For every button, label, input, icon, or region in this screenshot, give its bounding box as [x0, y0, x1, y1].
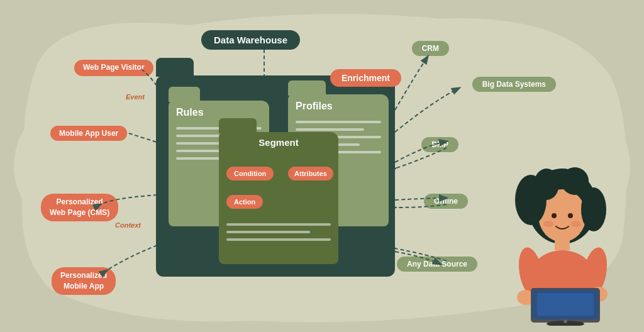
svg-point-29 [543, 221, 553, 227]
offline-label: Offline [424, 194, 468, 209]
rules-tab [169, 87, 200, 102]
enrichment-label: Enrichment [330, 69, 401, 87]
segment-tab [219, 118, 257, 133]
rules-title: Rules [176, 107, 204, 118]
svg-point-26 [564, 319, 567, 323]
svg-point-28 [568, 213, 573, 218]
action-pill: Action [226, 195, 263, 209]
main-card: Enrichment Rules Profiles [156, 75, 395, 277]
scene: Data Warehouse Web Page Visitor Event Mo… [0, 0, 644, 332]
svg-point-13 [581, 187, 606, 231]
person-illustration [493, 156, 631, 319]
svg-point-15 [561, 167, 589, 195]
any-data-source-label: Any Data Source [397, 257, 477, 272]
profiles-tab [288, 80, 326, 96]
svg-point-14 [534, 169, 559, 200]
folder-tab [156, 58, 194, 77]
profiles-title: Profiles [296, 101, 333, 112]
segment-title: Segment [258, 137, 298, 148]
event-label: Event [126, 93, 145, 101]
personalized-mobile-app-pill: PersonalizedMobile App [52, 267, 116, 295]
svg-point-27 [552, 213, 557, 218]
svg-point-30 [571, 221, 581, 227]
personalized-web-page-pill: PersonalizedWeb Page (CMS) [41, 194, 118, 221]
dmp-label: DMP [421, 137, 458, 152]
context-label: Context [115, 221, 141, 229]
web-page-visitor-pill: Web Page Visitor [74, 60, 153, 76]
segment-card: Segment Condition Attributes Action [219, 132, 338, 264]
data-warehouse-label: Data Warehouse [201, 30, 300, 50]
attributes-pill: Attributes [288, 167, 333, 180]
condition-pill: Condition [226, 167, 274, 180]
segment-lines [226, 223, 331, 246]
mobile-app-user-pill: Mobile App User [50, 126, 127, 141]
crm-label: CRM [412, 41, 449, 56]
svg-rect-25 [537, 293, 594, 316]
big-data-systems-label: Big Data Systems [472, 77, 556, 92]
svg-rect-16 [555, 238, 570, 250]
